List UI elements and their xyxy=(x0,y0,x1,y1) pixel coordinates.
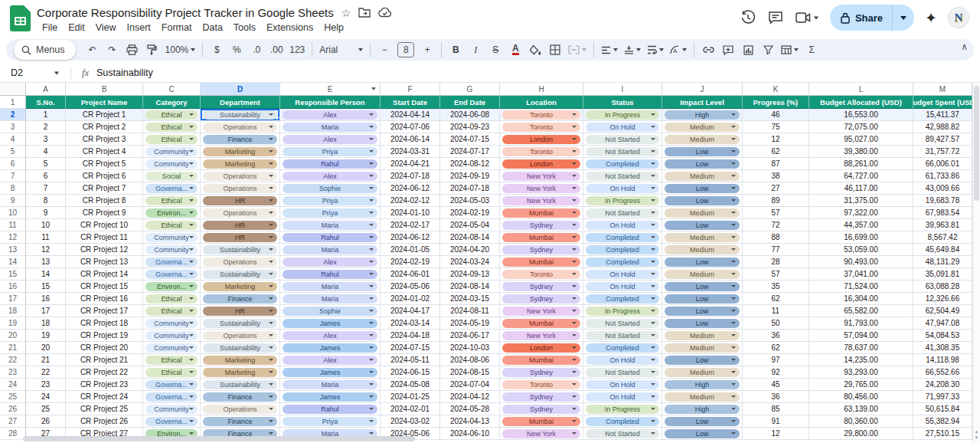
cell-G12[interactable]: 2024-08-14 xyxy=(440,231,500,244)
dropdown-chip[interactable]: Ethical xyxy=(145,123,198,132)
cell-B14[interactable]: CR Project 13 xyxy=(66,256,143,268)
cell-G21[interactable]: 2024-10-03 xyxy=(440,342,500,354)
cell-J3[interactable]: Medium xyxy=(662,121,743,133)
cell-M26[interactable]: 50,615.84 xyxy=(913,403,972,415)
dropdown-chip[interactable]: In Progress xyxy=(586,405,659,414)
cell-K2[interactable]: 46 xyxy=(743,109,809,121)
cell-C1[interactable]: Category xyxy=(143,96,201,109)
cell-H19[interactable]: Mumbai xyxy=(500,317,583,330)
cell-L23[interactable]: 93,293.00 xyxy=(809,366,913,379)
dropdown-chip[interactable]: Low xyxy=(665,159,740,169)
cell-J22[interactable]: Low xyxy=(662,354,743,366)
print-icon[interactable] xyxy=(123,41,142,59)
cell-M19[interactable]: 47,947.08 xyxy=(913,317,972,330)
dropdown-chip[interactable]: On Hold xyxy=(586,184,659,193)
cell-J10[interactable]: Medium xyxy=(662,207,743,219)
cell-A11[interactable]: 10 xyxy=(26,219,66,231)
menu-extensions[interactable]: Extensions xyxy=(261,21,318,34)
dropdown-chip[interactable]: Alex xyxy=(283,331,377,340)
dropdown-chip[interactable]: Medium xyxy=(665,331,740,340)
cell-A6[interactable]: 5 xyxy=(26,158,66,170)
cell-M7[interactable]: 61,733.86 xyxy=(913,170,972,182)
merge-cells-icon[interactable] xyxy=(566,41,589,59)
column-header-C[interactable]: C xyxy=(143,83,201,96)
cell-K27[interactable]: 91 xyxy=(743,415,809,428)
table-icon[interactable] xyxy=(779,41,801,59)
menu-insert[interactable]: Insert xyxy=(122,21,156,34)
cell-B17[interactable]: CR Project 16 xyxy=(66,293,143,305)
cell-L5[interactable]: 39,380.00 xyxy=(809,146,913,158)
cell-H12[interactable]: Mumbai xyxy=(500,231,583,244)
dropdown-chip[interactable]: New York xyxy=(502,172,580,181)
cell-L21[interactable]: 78,637.00 xyxy=(809,342,913,354)
cell-J6[interactable]: Low xyxy=(662,158,743,170)
dropdown-chip[interactable]: Completed xyxy=(586,417,659,426)
cloud-status-icon[interactable] xyxy=(378,8,392,18)
row-header-17[interactable]: 17 xyxy=(0,293,26,305)
dropdown-chip[interactable]: Maria xyxy=(283,294,377,304)
cell-H14[interactable]: Mumbai xyxy=(500,256,583,268)
cell-I12[interactable]: Completed xyxy=(583,231,662,244)
cell-B22[interactable]: CR Project 21 xyxy=(66,354,143,366)
dropdown-chip[interactable]: Medium xyxy=(665,343,740,353)
cell-A20[interactable]: 19 xyxy=(26,330,66,342)
dropdown-chip[interactable]: Rahul xyxy=(283,405,377,414)
cell-C21[interactable]: Community xyxy=(143,342,201,354)
menus-button[interactable]: Menus xyxy=(14,40,76,60)
paint-format-icon[interactable] xyxy=(143,41,162,59)
cell-H16[interactable]: Sydney xyxy=(500,281,583,293)
dropdown-chip[interactable]: Sustainability xyxy=(203,319,277,328)
cell-C6[interactable]: Community xyxy=(143,158,201,170)
cell-F6[interactable]: 2024-04-21 xyxy=(381,158,440,170)
cell-K16[interactable]: 35 xyxy=(743,281,809,293)
cell-D16[interactable]: Marketing xyxy=(201,281,280,293)
cell-I24[interactable]: On Hold xyxy=(583,379,662,391)
dropdown-chip[interactable]: Low xyxy=(665,319,740,328)
dropdown-chip[interactable]: In Progress xyxy=(586,110,659,120)
dropdown-chip[interactable]: Maria xyxy=(283,245,377,254)
cell-H3[interactable]: Toronto xyxy=(500,121,583,133)
dropdown-chip[interactable]: Toronto xyxy=(502,123,580,132)
cell-H23[interactable]: Sydney xyxy=(500,366,583,379)
cell-F12[interactable]: 2024-06-12 xyxy=(381,231,440,244)
cell-F18[interactable]: 2024-04-17 xyxy=(381,305,440,317)
cell-G3[interactable]: 2024-09-23 xyxy=(440,121,500,133)
cell-C5[interactable]: Community xyxy=(143,146,201,158)
dropdown-chip[interactable]: Medium xyxy=(665,245,740,254)
dropdown-chip[interactable]: Completed xyxy=(586,294,659,304)
dropdown-chip[interactable]: Community xyxy=(145,159,198,169)
dropdown-chip[interactable]: Marketing xyxy=(203,368,277,377)
row-header-6[interactable]: 6 xyxy=(0,158,26,170)
cell-B1[interactable]: Project Name xyxy=(66,96,143,109)
comment-history-icon[interactable] xyxy=(767,9,784,26)
dropdown-chip[interactable]: Low xyxy=(665,429,740,438)
cell-C4[interactable]: Ethical xyxy=(143,133,201,146)
dropdown-chip[interactable]: Sustainability xyxy=(203,270,277,279)
dropdown-chip[interactable]: Mumbai xyxy=(502,356,580,365)
cell-L24[interactable]: 29,765.00 xyxy=(809,379,913,391)
menu-tools[interactable]: Tools xyxy=(228,21,261,34)
functions-icon[interactable]: Σ xyxy=(802,41,821,59)
dropdown-chip[interactable]: Finance xyxy=(203,392,277,402)
cell-E16[interactable]: Maria xyxy=(280,281,381,293)
cell-H24[interactable]: Toronto xyxy=(500,379,583,391)
account-avatar[interactable]: N xyxy=(948,7,969,28)
cell-I15[interactable]: On Hold xyxy=(583,268,662,281)
text-rotation-icon[interactable]: A xyxy=(668,41,689,59)
doc-title[interactable]: Corporate Responsibility Project Tracker… xyxy=(37,6,334,19)
move-folder-icon[interactable] xyxy=(358,8,371,18)
cell-D14[interactable]: Operations xyxy=(201,256,280,268)
cell-I4[interactable]: Not Started xyxy=(583,133,662,146)
cell-D26[interactable]: Operations xyxy=(201,403,280,415)
cell-L17[interactable]: 16,304.00 xyxy=(809,293,913,305)
dropdown-chip[interactable]: Ethical xyxy=(145,196,198,205)
dropdown-chip[interactable]: Mumbai xyxy=(502,208,580,218)
dropdown-chip[interactable]: Maria xyxy=(283,123,377,132)
cell-D17[interactable]: Finance xyxy=(201,293,280,305)
cell-J17[interactable]: Low xyxy=(662,293,743,305)
cell-B24[interactable]: CR Project 23 xyxy=(66,379,143,391)
row-header-5[interactable]: 5 xyxy=(0,146,26,158)
cell-F16[interactable]: 2024-05-06 xyxy=(381,281,440,293)
dropdown-chip[interactable]: On Hold xyxy=(586,123,659,132)
cell-I14[interactable]: Completed xyxy=(583,256,662,268)
